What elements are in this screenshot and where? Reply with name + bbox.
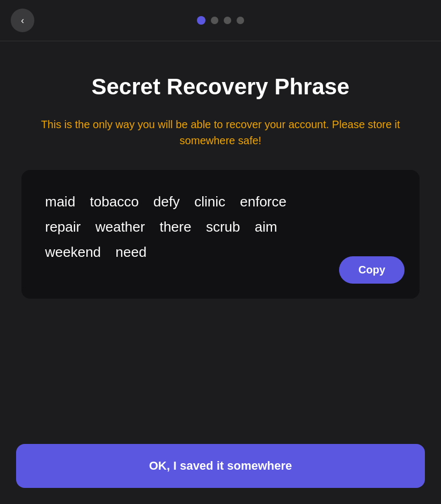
progress-dot-4 [237, 17, 244, 24]
progress-dot-2 [211, 17, 218, 24]
warning-text: This is the only way you will be able to… [27, 116, 414, 149]
phrase-line-2: repair weather there scrub aim [45, 214, 396, 240]
main-content: Secret Recovery Phrase This is the only … [0, 41, 441, 320]
header: ‹ [0, 0, 441, 41]
copy-button[interactable]: Copy [339, 256, 405, 284]
back-icon: ‹ [21, 15, 24, 26]
progress-dot-1 [197, 16, 205, 25]
phrase-line-1: maid tobacco defy clinic enforce [45, 189, 396, 214]
progress-dots [197, 16, 244, 25]
phrase-box: maid tobacco defy clinic enforce repair … [21, 170, 420, 299]
footer: OK, I saved it somewhere [0, 433, 441, 504]
back-button[interactable]: ‹ [11, 9, 34, 32]
phrase-words: maid tobacco defy clinic enforce repair … [45, 189, 396, 264]
page-title: Secret Recovery Phrase [92, 73, 350, 100]
progress-dot-3 [224, 17, 231, 24]
ok-saved-button[interactable]: OK, I saved it somewhere [16, 444, 425, 488]
